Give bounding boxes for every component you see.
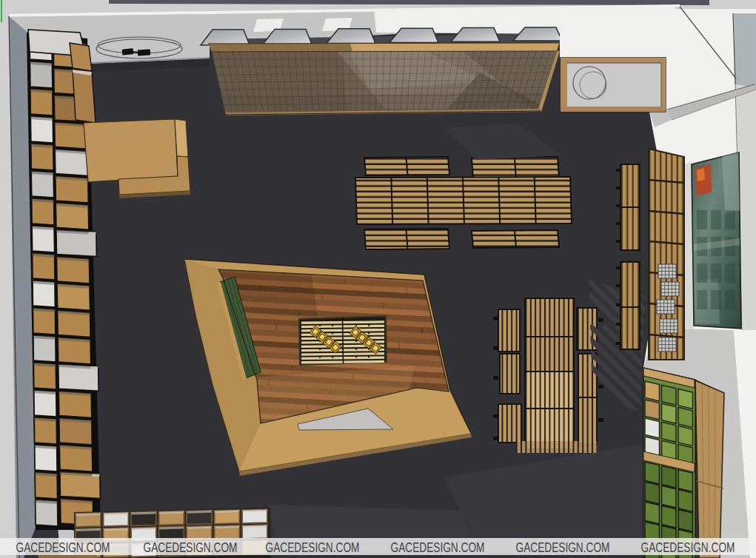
svg-text:GACEDESIGN.COM: GACEDESIGN.COM [391,540,485,555]
svg-text:GACEDESIGN.COM: GACEDESIGN.COM [641,540,735,555]
svg-text:GACEDESIGN.COM: GACEDESIGN.COM [144,540,238,555]
svg-text:GACEDESIGN.COM: GACEDESIGN.COM [516,540,610,555]
svg-text:GACEDESIGN.COM: GACEDESIGN.COM [266,540,360,555]
svg-text:GACEDESIGN.COM: GACEDESIGN.COM [16,540,110,555]
